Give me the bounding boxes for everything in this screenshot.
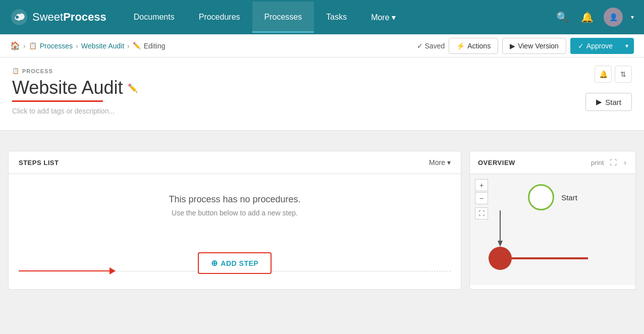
process-title: Website Audit ✏️	[12, 77, 632, 98]
nav-procedures[interactable]: Procedures	[187, 2, 252, 33]
steps-empty-state: This process has no procedures. Use the …	[9, 174, 461, 252]
user-avatar[interactable]: 👤	[604, 8, 623, 27]
add-step-area: ⊕ ADD STEP	[9, 252, 461, 289]
nav-documents[interactable]: Documents	[122, 2, 187, 33]
svg-marker-3	[498, 241, 503, 247]
content-separator	[0, 131, 644, 141]
overview-header-actions: print ⛶ ›	[591, 157, 627, 168]
steps-title: STEPS LIST	[19, 159, 59, 166]
arrow-line	[19, 270, 110, 271]
process-header: 📋 PROCESS Website Audit ✏️ Click to add …	[0, 58, 644, 131]
start-node-label: Start	[561, 193, 577, 202]
breadcrumb-website-audit[interactable]: Website Audit	[81, 42, 124, 50]
start-node: Start	[528, 184, 577, 210]
breadcrumb: 🏠 › 📋 Processes › Website Audit › ✏️ Edi…	[10, 41, 166, 50]
diagram-connectors	[487, 210, 588, 271]
zoom-out-button[interactable]: −	[475, 192, 488, 204]
breadcrumb-sep-3: ›	[127, 42, 130, 50]
approve-group: ✓ Approve ▾	[570, 38, 634, 54]
title-underline	[12, 100, 103, 102]
nav-more[interactable]: More ▾	[359, 2, 408, 33]
approve-dropdown-button[interactable]: ▾	[620, 38, 634, 54]
nav-tasks[interactable]: Tasks	[314, 2, 359, 33]
logo-text: SweetProcess	[32, 11, 106, 24]
overview-zoom-controls: + − ⛶	[475, 179, 488, 219]
title-edit-icon[interactable]: ✏️	[128, 83, 138, 93]
user-menu-chevron[interactable]: ▾	[631, 14, 634, 21]
overview-header: OVERVIEW print ⛶ ›	[470, 151, 635, 174]
steps-empty-title: This process has no procedures.	[19, 194, 451, 205]
nav-processes[interactable]: Processes	[252, 2, 314, 33]
overview-expand-icon[interactable]: ⛶	[609, 157, 618, 168]
arrow-indicator	[19, 267, 116, 274]
breadcrumb-bar: 🏠 › 📋 Processes › Website Audit › ✏️ Edi…	[0, 34, 644, 58]
add-step-plus-icon: ⊕	[211, 258, 218, 268]
start-button[interactable]: ▶ Start	[585, 93, 632, 111]
top-navigation: SweetProcess Documents Procedures Proces…	[0, 0, 644, 34]
overview-panel: OVERVIEW print ⛶ › + − ⛶ Start	[469, 151, 636, 290]
sort-icon-button[interactable]: ⇅	[615, 66, 632, 83]
breadcrumb-edit-icon: ✏️	[133, 42, 141, 49]
notifications-button[interactable]: 🔔	[579, 9, 596, 25]
logo-icon	[10, 8, 28, 26]
add-step-button[interactable]: ⊕ ADD STEP	[198, 252, 272, 274]
svg-point-4	[489, 247, 512, 270]
breadcrumb-sep-2: ›	[76, 42, 78, 50]
zoom-in-button[interactable]: +	[475, 179, 488, 191]
svg-point-1	[16, 16, 19, 19]
overview-print-button[interactable]: print	[591, 159, 604, 166]
breadcrumb-current: Editing	[144, 42, 166, 50]
play-icon: ▶	[510, 42, 515, 50]
breadcrumb-sep-1: ›	[23, 42, 26, 50]
process-type-label: 📋 PROCESS	[12, 68, 632, 74]
header-icon-buttons: 🔔 ⇅	[595, 66, 632, 83]
process-doc-icon: 📋	[12, 68, 20, 74]
saved-status: ✓ Saved	[417, 42, 445, 50]
overview-diagram: Start	[470, 174, 635, 285]
search-button[interactable]: 🔍	[554, 9, 571, 25]
logo[interactable]: SweetProcess	[10, 8, 106, 26]
overview-diagram-area: + − ⛶ Start	[470, 174, 635, 285]
nav-right-icons: 🔍 🔔 👤 ▾	[554, 8, 634, 27]
steps-header: STEPS LIST More ▾	[9, 151, 461, 174]
nav-links: Documents Procedures Processes Tasks Mor…	[122, 2, 554, 33]
breadcrumb-processes[interactable]: Processes	[40, 42, 73, 50]
fit-button[interactable]: ⛶	[475, 207, 488, 219]
actions-button[interactable]: ⚡ Actions	[449, 38, 498, 54]
steps-more-button[interactable]: More ▾	[429, 158, 451, 166]
steps-panel: STEPS LIST More ▾ This process has no pr…	[8, 151, 461, 290]
arrow-head	[110, 267, 116, 274]
steps-more-chevron: ▾	[447, 158, 451, 166]
breadcrumb-actions: ✓ Saved ⚡ Actions ▶ View Version ✓ Appro…	[417, 38, 634, 54]
flash-icon: ⚡	[456, 42, 465, 50]
approve-button[interactable]: ✓ Approve	[570, 38, 620, 54]
bell-icon-button[interactable]: 🔔	[595, 66, 612, 83]
start-play-icon: ▶	[596, 97, 602, 106]
overview-title: OVERVIEW	[478, 159, 515, 166]
overview-next-icon[interactable]: ›	[623, 157, 627, 168]
steps-empty-subtitle: Use the button below to add a new step.	[19, 209, 451, 217]
home-icon[interactable]: 🏠	[10, 41, 20, 50]
breadcrumb-doc-icon: 📋	[29, 42, 37, 49]
main-content: STEPS LIST More ▾ This process has no pr…	[0, 141, 644, 300]
process-header-right: 🔔 ⇅ ▶ Start	[585, 66, 632, 111]
start-node-circle	[528, 184, 554, 210]
approve-check-icon: ✓	[578, 42, 584, 50]
process-description[interactable]: Click to add tags or description...	[12, 107, 632, 115]
view-version-button[interactable]: ▶ View Version	[502, 38, 566, 54]
add-step-button-wrapper: ⊕ ADD STEP	[198, 252, 272, 274]
process-header-left: 📋 PROCESS Website Audit ✏️ Click to add …	[12, 68, 632, 115]
